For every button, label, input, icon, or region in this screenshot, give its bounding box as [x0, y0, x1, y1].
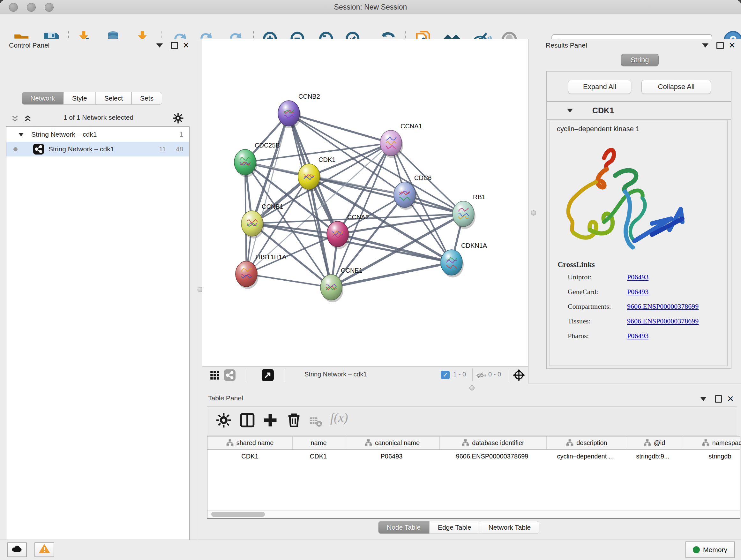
- results-panel-close-icon[interactable]: ✕: [729, 43, 736, 48]
- splitter-grip[interactable]: [469, 385, 475, 390]
- delete-column-icon[interactable]: [286, 412, 302, 428]
- memory-button[interactable]: Memory: [685, 542, 735, 558]
- scrollbar-thumb[interactable]: [211, 512, 265, 517]
- node-label-CDC6: CDC6: [414, 174, 431, 181]
- results-panel-float-icon[interactable]: [717, 42, 724, 49]
- column-header-label: @id: [654, 439, 665, 447]
- control-panel-float-icon[interactable]: [171, 42, 178, 49]
- crosslink-label: Tissues:: [568, 317, 590, 325]
- tab-network[interactable]: Network: [22, 92, 64, 105]
- bottom-splitter[interactable]: [202, 383, 741, 393]
- application-window: Session: New Session: [0, 0, 741, 560]
- horizontal-scrollbar[interactable]: [207, 510, 740, 518]
- delete-table-icon: [309, 415, 323, 428]
- table-panel: Table Panel ✕ f(x) shared namenamecanoni…: [202, 392, 741, 540]
- table-panel-collapse-icon[interactable]: [700, 397, 706, 401]
- table-cell[interactable]: CDK1: [207, 449, 292, 463]
- tab-select[interactable]: Select: [96, 92, 131, 105]
- crosslink-link[interactable]: P06493: [627, 288, 649, 296]
- network-label: String Network – cdk1: [49, 142, 114, 157]
- crosslink-label: Pharos:: [568, 332, 589, 340]
- open-in-window-icon[interactable]: [262, 369, 274, 381]
- table-cell[interactable]: 9606.ENSP00000378699: [439, 449, 545, 463]
- crosslink-label: Compartments:: [568, 302, 611, 311]
- column-header-label: description: [576, 439, 607, 447]
- node-label-CDKN1A: CDKN1A: [461, 242, 487, 249]
- network-node-HIST1H1A[interactable]: HIST1H1A: [235, 253, 286, 289]
- collection-expand-icon[interactable]: [18, 133, 24, 136]
- network-node-RB1[interactable]: RB1: [453, 193, 485, 229]
- column-header-shared-name[interactable]: shared name: [207, 436, 293, 449]
- entry-header[interactable]: CDK1: [547, 102, 731, 120]
- network-edge[interactable]: [331, 262, 452, 287]
- table-row[interactable]: CDK1CDK1P064939606.ENSP00000378699cyclin…: [207, 449, 740, 463]
- table-cell[interactable]: cyclin–dependent ...: [545, 449, 625, 463]
- hidden-eye-icon[interactable]: [476, 371, 486, 380]
- column-header-name[interactable]: name: [293, 436, 345, 449]
- collapse-all-button[interactable]: Collapse All: [642, 80, 711, 94]
- shared-column-icon: [226, 439, 234, 446]
- network-node-CCNB1[interactable]: CCNB1: [241, 203, 283, 239]
- network-node-CCNE1[interactable]: CCNE1: [320, 267, 362, 302]
- node-label-RB1: RB1: [473, 193, 485, 200]
- show-columns-icon[interactable]: [239, 412, 256, 428]
- add-column-icon[interactable]: [262, 412, 279, 428]
- table-cell[interactable]: stringdb:9...: [625, 449, 680, 463]
- right-splitter[interactable]: [528, 39, 539, 383]
- network-row[interactable]: String Network – cdk1 11 48: [6, 142, 189, 157]
- memory-ok-dot: [693, 546, 700, 553]
- splitter-grip[interactable]: [198, 287, 203, 292]
- selected-checkbox-icon[interactable]: ✓: [441, 371, 450, 379]
- cloud-status-button[interactable]: [7, 543, 27, 557]
- entry-detail: cyclin–dependent kinase 1: [549, 120, 728, 366]
- table-cell[interactable]: stringdb: [680, 449, 741, 463]
- network-collection-row[interactable]: String Network – cdk1 1: [6, 127, 189, 142]
- splitter-grip[interactable]: [531, 210, 536, 215]
- crosslink-link[interactable]: P06493: [627, 332, 649, 340]
- network-edge[interactable]: [289, 113, 391, 143]
- results-panel-collapse-icon[interactable]: [702, 44, 709, 48]
- tab-node-table[interactable]: Node Table: [378, 521, 429, 534]
- column-header-database-identifier[interactable]: database identifier: [440, 436, 547, 449]
- warning-status-button[interactable]: [35, 543, 54, 557]
- table-panel-float-icon[interactable]: [715, 395, 722, 402]
- footer-separator: [509, 368, 509, 381]
- control-panel-close-icon[interactable]: ✕: [183, 43, 190, 48]
- table-gear-icon[interactable]: [215, 412, 232, 428]
- tab-edge-table[interactable]: Edge Table: [429, 521, 480, 534]
- tab-style[interactable]: Style: [64, 92, 96, 105]
- crosslink-link[interactable]: 9606.ENSP00000378699: [627, 302, 698, 311]
- control-panel-collapse-icon[interactable]: [156, 44, 163, 48]
- crosslink-link[interactable]: 9606.ENSP00000378699: [627, 317, 698, 325]
- crosslink-row: Compartments:9606.ENSP00000378699: [550, 302, 727, 317]
- crosslink-link[interactable]: P06493: [627, 273, 649, 281]
- table-cell[interactable]: P06493: [344, 449, 439, 463]
- grid-view-icon[interactable]: [210, 370, 219, 380]
- birds-eye-crosshair-icon[interactable]: [513, 369, 525, 381]
- column-header-canonical-name[interactable]: canonical name: [345, 436, 440, 449]
- table-panel-close-icon[interactable]: ✕: [727, 396, 734, 401]
- network-canvas[interactable]: CCNB2CCNA1CDC25BCDK1CDC6RB1CCNB1CCNA2CDK…: [202, 39, 528, 366]
- entry-collapse-icon[interactable]: [567, 109, 573, 113]
- table-cell[interactable]: CDK1: [292, 449, 344, 463]
- network-node-CCNA2[interactable]: CCNA2: [327, 213, 369, 249]
- network-options-gear-icon[interactable]: [172, 112, 184, 124]
- node-label-CDK1: CDK1: [319, 156, 335, 163]
- shared-column-icon: [462, 439, 469, 446]
- network-edge[interactable]: [289, 113, 463, 214]
- network-graph[interactable]: CCNB2CCNA1CDC25BCDK1CDC6RB1CCNB1CCNA2CDK…: [202, 39, 528, 366]
- string-network-badge-icon[interactable]: [224, 369, 235, 381]
- column-header-label: database identifier: [472, 439, 524, 447]
- column-header--id[interactable]: @id: [627, 436, 682, 449]
- network-node-CDKN1A[interactable]: CDKN1A: [441, 242, 487, 277]
- node-table[interactable]: shared namenamecanonical namedatabase id…: [207, 436, 740, 519]
- column-header-namespac[interactable]: namespac: [682, 436, 741, 449]
- expand-all-button[interactable]: Expand All: [568, 80, 631, 94]
- network-node-CCNB2[interactable]: CCNB2: [278, 93, 320, 128]
- protein-structure-image: [556, 139, 693, 257]
- network-status-dot: [13, 147, 17, 151]
- tab-sets[interactable]: Sets: [131, 92, 162, 105]
- string-results-tab[interactable]: String: [621, 54, 659, 66]
- column-header-description[interactable]: description: [547, 436, 627, 449]
- tab-network-table[interactable]: Network Table: [480, 521, 540, 534]
